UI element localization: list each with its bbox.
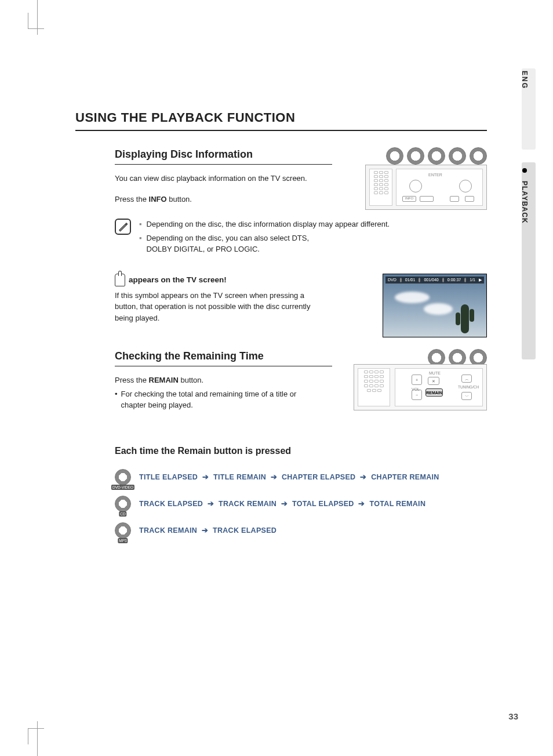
remote-button-icon [409, 180, 422, 192]
note-icon [115, 219, 131, 235]
crop-mark [37, 0, 38, 35]
remote-label: VOL [412, 387, 420, 391]
hand-icon [115, 274, 125, 286]
disc-badge: MP3 [115, 522, 131, 539]
arrow-icon: ➔ [358, 500, 365, 508]
osd-icon [419, 278, 420, 282]
section-sequence: Each time the Remain button is pressed D… [115, 446, 487, 539]
osd-time: 0:00:37 [448, 278, 461, 282]
remote-button-icon [450, 196, 459, 202]
arrow-icon: ➔ [271, 473, 277, 481]
disc-badge-label: CD [119, 511, 126, 517]
remote-illustration: + − VOL MUTE ✕ REMAIN ︿ ﹀ TUNING/CH [354, 364, 487, 410]
remote-label: MUTE [429, 371, 441, 375]
remote-detail: + − VOL MUTE ✕ REMAIN ︿ ﹀ TUNING/CH [395, 368, 483, 406]
arrow-icon: ➔ [360, 473, 366, 481]
osd-chapter: 001/040 [424, 278, 438, 282]
remote-illustration: ENTER INFO [365, 165, 487, 210]
sub-section-heading: Each time the Remain button is pressed [115, 446, 487, 456]
warning-heading-text: appears on the TV screen! [129, 275, 227, 284]
sequence-text: TITLE ELAPSED ➔ TITLE REMAIN ➔ CHAPTER E… [139, 472, 439, 481]
remote-button-icon [465, 196, 474, 202]
sequence-row: MP3TRACK REMAIN ➔ TRACK ELAPSED [115, 522, 487, 539]
remain-button-highlight: REMAIN [425, 388, 443, 397]
up-icon: ︿ [461, 375, 472, 383]
section-disc-info: DVD CD MP3 JPEG DivX Displaying Disc Inf… [115, 148, 487, 324]
disc-badge: JPEG [449, 147, 466, 165]
text: Press the [115, 195, 149, 203]
section-heading: Displaying Disc Information [115, 148, 332, 165]
side-language-tab: ENG [521, 71, 529, 89]
note-text: Depending on the disc, you can also sele… [147, 232, 321, 255]
intro-text: You can view disc playback information o… [115, 173, 323, 184]
play-icon: ▶ [479, 278, 482, 282]
osd-audio: 1/1 [470, 278, 475, 282]
page-title: USING THE PLAYBACK FUNCTION [75, 110, 487, 131]
note-block: ▪Depending on the disc, the disc informa… [115, 219, 487, 257]
disc-badge: DivX [470, 147, 487, 165]
disc-badge: DVD-VIDEO [115, 469, 131, 485]
bullet-icon: ▪ [139, 219, 142, 230]
remote-button-icon [420, 196, 434, 202]
text: Press the [115, 376, 149, 384]
sequence-text: TRACK REMAIN ➔ TRACK ELAPSED [139, 526, 276, 535]
disc-badge-label: MP3 [118, 538, 128, 543]
note-text: Depending on the disc, the disc informat… [147, 219, 390, 230]
osd-icon [442, 278, 444, 282]
osd-icon [400, 278, 402, 282]
arrow-icon: ➔ [208, 500, 214, 508]
down-icon: ﹀ [461, 392, 472, 400]
arrow-icon: ➔ [202, 526, 208, 535]
disc-badge: CD [407, 147, 424, 165]
arrow-icon: ➔ [281, 500, 288, 508]
crop-mark [37, 721, 38, 756]
bullet-icon: • [115, 388, 118, 411]
text: button. [179, 376, 203, 384]
sequence-row: DVD-VIDEOTITLE ELAPSED ➔ TITLE REMAIN ➔ … [115, 469, 487, 485]
side-section-label: PLAYBACK [521, 181, 529, 224]
bullet-icon: ▪ [139, 232, 142, 255]
text: For checking the total and remaining tim… [121, 388, 323, 411]
note-list: ▪Depending on the disc, the disc informa… [139, 219, 390, 257]
section-remaining-time: DVD CD MP3 Checking the Remaining Time +… [115, 350, 487, 411]
button-name: INFO [149, 195, 167, 203]
arrow-icon: ➔ [202, 473, 209, 481]
remote-label: ENTER [428, 173, 442, 177]
remote-detail: ENTER INFO [396, 169, 483, 206]
mute-icon: ✕ [428, 377, 439, 385]
remote-keypad [369, 169, 392, 206]
sequence-text: TRACK ELAPSED ➔ TRACK REMAIN ➔ TOTAL ELA… [139, 499, 425, 508]
disc-badge: DVD [386, 147, 403, 165]
sequence-row: CDTRACK ELAPSED ➔ TRACK REMAIN ➔ TOTAL E… [115, 496, 487, 512]
remote-button-icon [459, 180, 472, 192]
warning-body: If this symbol appears on the TV screen … [115, 290, 312, 324]
osd-icon [464, 278, 466, 282]
disc-badge-label: DVD-VIDEO [111, 485, 134, 490]
text: button. [167, 195, 192, 203]
osd-label: DVD [388, 278, 396, 282]
page-number: 33 [508, 711, 518, 721]
remote-label: TUNING/CH [458, 385, 475, 389]
bullet-icon [522, 168, 527, 173]
bullet-text: • For checking the total and remaining t… [115, 388, 323, 411]
disc-type-badges: DVD CD MP3 JPEG DivX [386, 147, 487, 165]
remote-info-button: INFO [402, 196, 416, 202]
disc-badge: CD [115, 496, 131, 512]
crop-mark [28, 13, 44, 29]
remote-keypad [358, 368, 390, 406]
side-section-tab: PLAYBACK [521, 168, 529, 224]
section-heading: Checking the Remaining Time [115, 350, 332, 366]
disc-badge: MP3 [428, 147, 445, 165]
osd-title: 01/01 [405, 278, 416, 282]
crop-mark [28, 728, 44, 744]
tv-osd-bar: DVD 01/01 001/040 0:00:37 1/1 ▶ [385, 277, 484, 284]
tv-screenshot: DVD 01/01 001/040 0:00:37 1/1 ▶ [383, 274, 487, 337]
button-name: REMAIN [149, 376, 179, 384]
